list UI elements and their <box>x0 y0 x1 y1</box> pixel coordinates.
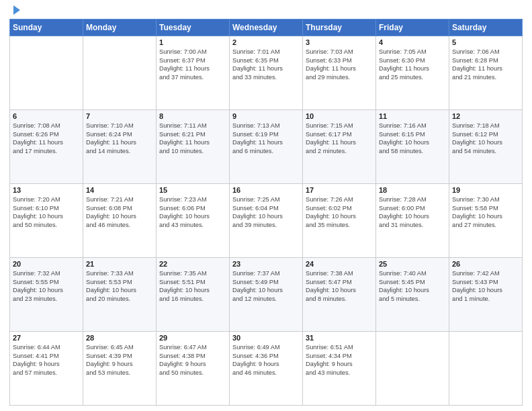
cell-content: Sunrise: 7:15 AM Sunset: 6:17 PM Dayligh… <box>306 122 373 155</box>
cell-content: Sunrise: 7:00 AM Sunset: 6:37 PM Dayligh… <box>159 48 226 81</box>
cell-content: Sunrise: 7:32 AM Sunset: 5:55 PM Dayligh… <box>13 269 80 303</box>
calendar-cell: 11Sunrise: 7:16 AM Sunset: 6:15 PM Dayli… <box>376 110 449 184</box>
cell-content: Sunrise: 7:03 AM Sunset: 6:33 PM Dayligh… <box>306 48 373 81</box>
day-number: 18 <box>379 186 446 194</box>
day-number: 11 <box>379 112 446 120</box>
calendar-cell: 19Sunrise: 7:30 AM Sunset: 5:58 PM Dayli… <box>449 184 523 258</box>
day-number: 24 <box>306 260 373 268</box>
cell-content: Sunrise: 7:35 AM Sunset: 5:51 PM Dayligh… <box>159 269 226 303</box>
calendar-cell: 24Sunrise: 7:38 AM Sunset: 5:47 PM Dayli… <box>303 258 376 332</box>
day-number: 27 <box>13 334 80 342</box>
cell-content: Sunrise: 7:30 AM Sunset: 5:58 PM Dayligh… <box>452 195 519 229</box>
day-number: 17 <box>306 186 373 194</box>
day-number: 16 <box>232 186 300 194</box>
calendar-cell: 9Sunrise: 7:13 AM Sunset: 6:19 PM Daylig… <box>230 110 303 184</box>
cell-content: Sunrise: 7:33 AM Sunset: 5:53 PM Dayligh… <box>86 269 153 303</box>
day-number: 9 <box>232 112 300 120</box>
header-day: Sunday <box>10 19 83 36</box>
cell-content: Sunrise: 7:16 AM Sunset: 6:15 PM Dayligh… <box>379 122 446 155</box>
cell-content: Sunrise: 7:08 AM Sunset: 6:26 PM Dayligh… <box>13 122 80 155</box>
calendar-cell: 21Sunrise: 7:33 AM Sunset: 5:53 PM Dayli… <box>83 258 157 332</box>
calendar-cell <box>376 332 449 406</box>
calendar-cell: 6Sunrise: 7:08 AM Sunset: 6:26 PM Daylig… <box>10 110 83 184</box>
calendar-cell: 18Sunrise: 7:28 AM Sunset: 6:00 PM Dayli… <box>376 184 449 258</box>
header <box>9 7 523 15</box>
day-number: 25 <box>379 260 446 268</box>
day-number: 21 <box>86 260 153 268</box>
calendar-cell: 30Sunrise: 6:49 AM Sunset: 4:36 PM Dayli… <box>230 332 303 406</box>
day-number: 26 <box>452 260 519 268</box>
day-number: 23 <box>232 260 300 268</box>
header-day: Wednesday <box>230 19 303 36</box>
cell-content: Sunrise: 7:05 AM Sunset: 6:30 PM Dayligh… <box>379 48 446 81</box>
calendar-table: SundayMondayTuesdayWednesdayThursdayFrid… <box>9 19 523 406</box>
calendar-cell: 15Sunrise: 7:23 AM Sunset: 6:06 PM Dayli… <box>157 184 230 258</box>
cell-content: Sunrise: 7:11 AM Sunset: 6:21 PM Dayligh… <box>159 122 226 155</box>
cell-content: Sunrise: 7:38 AM Sunset: 5:47 PM Dayligh… <box>306 269 373 303</box>
calendar-cell: 4Sunrise: 7:05 AM Sunset: 6:30 PM Daylig… <box>376 36 449 110</box>
cell-content: Sunrise: 6:47 AM Sunset: 4:38 PM Dayligh… <box>159 343 226 377</box>
day-number: 19 <box>452 186 519 194</box>
day-number: 12 <box>452 112 519 120</box>
cell-content: Sunrise: 7:25 AM Sunset: 6:04 PM Dayligh… <box>232 195 300 229</box>
calendar-cell: 14Sunrise: 7:21 AM Sunset: 6:08 PM Dayli… <box>83 184 157 258</box>
cell-content: Sunrise: 7:37 AM Sunset: 5:49 PM Dayligh… <box>232 269 300 303</box>
calendar-cell: 26Sunrise: 7:42 AM Sunset: 5:43 PM Dayli… <box>449 258 523 332</box>
header-day: Friday <box>376 19 449 36</box>
cell-content: Sunrise: 6:45 AM Sunset: 4:39 PM Dayligh… <box>86 343 153 377</box>
cell-content: Sunrise: 7:28 AM Sunset: 6:00 PM Dayligh… <box>379 195 446 229</box>
calendar-cell: 17Sunrise: 7:26 AM Sunset: 6:02 PM Dayli… <box>303 184 376 258</box>
calendar-cell: 7Sunrise: 7:10 AM Sunset: 6:24 PM Daylig… <box>83 110 157 184</box>
day-number: 15 <box>159 186 226 194</box>
cell-content: Sunrise: 7:42 AM Sunset: 5:43 PM Dayligh… <box>452 269 519 303</box>
logo-arrow-icon <box>13 5 20 15</box>
day-number: 29 <box>159 334 226 342</box>
calendar-cell: 25Sunrise: 7:40 AM Sunset: 5:45 PM Dayli… <box>376 258 449 332</box>
header-day: Monday <box>83 19 157 36</box>
calendar-cell <box>83 36 157 110</box>
calendar-week-row: 13Sunrise: 7:20 AM Sunset: 6:10 PM Dayli… <box>10 184 523 258</box>
header-day: Saturday <box>449 19 523 36</box>
day-number: 4 <box>379 38 446 46</box>
calendar-cell <box>449 332 523 406</box>
calendar-cell: 10Sunrise: 7:15 AM Sunset: 6:17 PM Dayli… <box>303 110 376 184</box>
cell-content: Sunrise: 7:20 AM Sunset: 6:10 PM Dayligh… <box>13 195 80 229</box>
calendar-cell: 3Sunrise: 7:03 AM Sunset: 6:33 PM Daylig… <box>303 36 376 110</box>
calendar-week-row: 20Sunrise: 7:32 AM Sunset: 5:55 PM Dayli… <box>10 258 523 332</box>
day-number: 30 <box>232 334 300 342</box>
cell-content: Sunrise: 7:21 AM Sunset: 6:08 PM Dayligh… <box>86 195 153 229</box>
cell-content: Sunrise: 7:13 AM Sunset: 6:19 PM Dayligh… <box>232 122 300 155</box>
day-number: 1 <box>159 38 226 46</box>
day-number: 7 <box>86 112 153 120</box>
day-number: 10 <box>306 112 373 120</box>
calendar-week-row: 6Sunrise: 7:08 AM Sunset: 6:26 PM Daylig… <box>10 110 523 184</box>
cell-content: Sunrise: 7:10 AM Sunset: 6:24 PM Dayligh… <box>86 122 153 155</box>
cell-content: Sunrise: 6:49 AM Sunset: 4:36 PM Dayligh… <box>232 343 300 377</box>
page: SundayMondayTuesdayWednesdayThursdayFrid… <box>0 0 532 411</box>
cell-content: Sunrise: 7:01 AM Sunset: 6:35 PM Dayligh… <box>232 48 300 81</box>
calendar-cell: 2Sunrise: 7:01 AM Sunset: 6:35 PM Daylig… <box>230 36 303 110</box>
cell-content: Sunrise: 7:40 AM Sunset: 5:45 PM Dayligh… <box>379 269 446 303</box>
calendar-cell: 22Sunrise: 7:35 AM Sunset: 5:51 PM Dayli… <box>157 258 230 332</box>
day-number: 2 <box>232 38 300 46</box>
calendar-cell: 31Sunrise: 6:51 AM Sunset: 4:34 PM Dayli… <box>303 332 376 406</box>
day-number: 13 <box>13 186 80 194</box>
header-day: Tuesday <box>157 19 230 36</box>
day-number: 31 <box>306 334 373 342</box>
day-number: 3 <box>306 38 373 46</box>
calendar-cell: 23Sunrise: 7:37 AM Sunset: 5:49 PM Dayli… <box>230 258 303 332</box>
cell-content: Sunrise: 7:06 AM Sunset: 6:28 PM Dayligh… <box>452 48 519 81</box>
calendar-cell: 20Sunrise: 7:32 AM Sunset: 5:55 PM Dayli… <box>10 258 83 332</box>
calendar-cell <box>10 36 83 110</box>
calendar-cell: 29Sunrise: 6:47 AM Sunset: 4:38 PM Dayli… <box>157 332 230 406</box>
cell-content: Sunrise: 6:51 AM Sunset: 4:34 PM Dayligh… <box>306 343 373 377</box>
logo <box>9 7 20 15</box>
day-number: 22 <box>159 260 226 268</box>
calendar-cell: 1Sunrise: 7:00 AM Sunset: 6:37 PM Daylig… <box>157 36 230 110</box>
day-number: 20 <box>13 260 80 268</box>
calendar-cell: 27Sunrise: 6:44 AM Sunset: 4:41 PM Dayli… <box>10 332 83 406</box>
calendar-cell: 28Sunrise: 6:45 AM Sunset: 4:39 PM Dayli… <box>83 332 157 406</box>
calendar-cell: 8Sunrise: 7:11 AM Sunset: 6:21 PM Daylig… <box>157 110 230 184</box>
cell-content: Sunrise: 7:23 AM Sunset: 6:06 PM Dayligh… <box>159 195 226 229</box>
day-number: 8 <box>159 112 226 120</box>
